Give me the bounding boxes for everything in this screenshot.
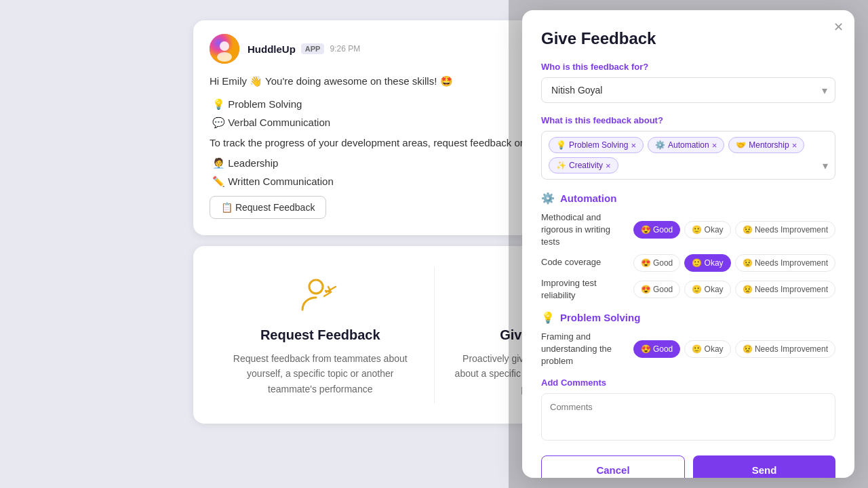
okay-button[interactable]: 🙂 Okay	[684, 281, 730, 298]
who-select-wrapper[interactable]: Nitish Goyal ▾	[541, 77, 835, 103]
modal-title: Give Feedback	[541, 29, 835, 48]
row-label: Methodical and rigorous in writing tests	[541, 211, 633, 249]
rating-buttons: 😍 Good 🙂 Okay 😟 Needs Improvement	[633, 281, 835, 298]
who-label: Who is this feedback for?	[541, 62, 835, 72]
tag-automation[interactable]: ⚙️ Automation ×	[648, 137, 724, 153]
comments-label: Add Comments	[541, 378, 835, 388]
comments-input[interactable]	[541, 393, 835, 441]
tag-close-icon[interactable]: ×	[792, 141, 797, 150]
automation-title: Automation	[560, 192, 616, 204]
request-feedback-button[interactable]: 📋 Request Feedback	[210, 196, 326, 219]
feedback-row-coverage: Code coverage 😍 Good 🙂 Okay 😟 Needs Impr…	[541, 254, 835, 272]
tag-problem-solving[interactable]: 💡 Problem Solving ×	[549, 137, 644, 153]
good-button[interactable]: 😍 Good	[633, 340, 681, 358]
tag-creativity[interactable]: ✨ Creativity ×	[549, 157, 618, 174]
svg-point-1	[220, 41, 229, 51]
automation-section-header: ⚙️ Automation	[541, 192, 835, 205]
chat-sender: HuddleUp APP 9:26 PM	[248, 43, 360, 55]
automation-section: ⚙️ Automation Methodical and rigorous in…	[541, 192, 835, 302]
app-badge: APP	[301, 43, 325, 54]
tags-expand-icon[interactable]: ▾	[823, 159, 828, 172]
request-feedback-icon	[298, 273, 342, 317]
good-button[interactable]: 😍 Good	[633, 221, 681, 239]
feedback-row-reliability: Improving test reliability 😍 Good 🙂 Okay…	[541, 277, 835, 302]
needs-improvement-button[interactable]: 😟 Needs Improvement	[735, 281, 835, 298]
tag-close-icon[interactable]: ×	[631, 141, 636, 150]
chat-time: 9:26 PM	[330, 44, 360, 54]
send-button[interactable]: Send	[693, 455, 835, 479]
svg-point-2	[217, 52, 232, 62]
tag-label: Creativity	[569, 161, 603, 170]
tag-close-icon[interactable]: ×	[606, 161, 611, 170]
tags-container: 💡 Problem Solving × ⚙️ Automation × 🤝 Me…	[541, 131, 835, 180]
hi-emily: Hi Emily	[210, 75, 247, 87]
what-label: What is this feedback about?	[541, 115, 835, 125]
who-select[interactable]: Nitish Goyal	[541, 77, 835, 103]
row-label: Improving test reliability	[541, 277, 633, 302]
feedback-row-framing: Framing and understanding the problem 😍 …	[541, 331, 835, 368]
tag-label: Problem Solving	[569, 140, 628, 150]
rating-buttons: 😍 Good 🙂 Okay 😟 Needs Improvement	[633, 340, 835, 358]
cancel-button[interactable]: Cancel	[541, 455, 685, 479]
modal-actions: Cancel Send	[541, 455, 835, 479]
problem-solving-icon: 💡	[541, 311, 555, 324]
give-feedback-modal: ✕ Give Feedback Who is this feedback for…	[522, 10, 854, 478]
okay-button[interactable]: 🙂 Okay	[684, 221, 730, 239]
row-label: Code coverage	[541, 256, 633, 268]
svg-point-3	[309, 280, 323, 293]
request-feedback-title: Request Feedback	[260, 327, 380, 343]
problem-solving-title: Problem Solving	[560, 312, 640, 323]
rating-buttons: 😍 Good 🙂 Okay 😟 Needs Improvement	[633, 221, 835, 239]
request-feedback-desc: Request feedback from teammates about yo…	[227, 351, 414, 396]
tag-mentorship[interactable]: 🤝 Mentorship ×	[728, 137, 804, 153]
tag-close-icon[interactable]: ×	[712, 141, 717, 150]
close-button[interactable]: ✕	[833, 21, 844, 33]
tag-label: Mentorship	[749, 140, 789, 150]
feedback-row-methodical: Methodical and rigorous in writing tests…	[541, 211, 835, 249]
modal-overlay: ✕ Give Feedback Who is this feedback for…	[509, 0, 868, 488]
row-label: Framing and understanding the problem	[541, 331, 633, 368]
problem-solving-section-header: 💡 Problem Solving	[541, 311, 835, 324]
needs-improvement-button[interactable]: 😟 Needs Improvement	[735, 254, 835, 272]
sender-name: HuddleUp	[248, 43, 296, 55]
needs-improvement-button[interactable]: 😟 Needs Improvement	[735, 221, 835, 239]
needs-improvement-button[interactable]: 😟 Needs Improvement	[735, 340, 835, 358]
request-feedback-card: Request Feedback Request feedback from t…	[207, 266, 435, 403]
problem-solving-section: 💡 Problem Solving Framing and understand…	[541, 311, 835, 368]
okay-button[interactable]: 🙂 Okay	[684, 254, 730, 272]
rating-buttons: 😍 Good 🙂 Okay 😟 Needs Improvement	[633, 254, 835, 272]
avatar	[210, 34, 239, 64]
good-button[interactable]: 😍 Good	[633, 281, 681, 298]
tag-label: Automation	[668, 140, 709, 150]
okay-button[interactable]: 🙂 Okay	[684, 340, 730, 358]
good-button[interactable]: 😍 Good	[633, 254, 681, 272]
automation-icon: ⚙️	[541, 192, 555, 205]
